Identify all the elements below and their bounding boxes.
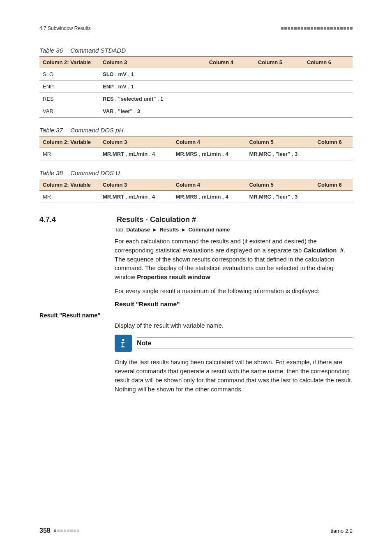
table-cell: ENP , mV , 1 [99,81,206,93]
table-cell: MR.MRC , "leer" , 3 [246,191,314,203]
table-cell [206,105,255,118]
table-cell: MR [39,148,99,160]
table-header: Column 5 [255,57,304,68]
text-bold: 1 [160,96,163,102]
table-cell: SLO [39,68,99,81]
table-cell: MR.MRS , mL/min , 4 [173,148,246,160]
table37-caption: Table 37 Command DOS pH [39,127,353,134]
product-name: tiamo 2.2 [331,528,353,534]
tab-part: Command name [188,227,230,233]
margin-label: Result "Result name" [39,312,353,319]
section-body: Display of the result with variable name… [115,321,353,394]
table-header: Column 6 [314,136,353,148]
table-header: Column 4 [173,136,246,148]
table-cell: MR.MRS , mL/min , 4 [173,191,246,203]
section-title: Results - Calculation # [117,215,196,224]
table-cell [255,81,304,93]
text-bold: Calculation_# [303,247,344,254]
table-header: Column 3 [99,57,206,68]
text-bold: 1 [131,83,134,90]
triangle-right-icon: ▶ [152,227,158,232]
note-title: Note [137,338,353,349]
section-body: Tab: Database ▶ Results ▶ Command name F… [115,227,353,308]
table-header: Column 4 [206,57,255,68]
table-header: Column 6 [314,179,353,191]
info-icon [115,335,132,352]
table-row: SLOSLO , mV , 1 [39,68,353,81]
table-cell [304,93,353,105]
table-header: Column 6 [304,57,353,68]
text-bold: 4 [225,151,228,157]
note-text: Only the last results having been calcul… [115,358,353,393]
text-bold: 3 [295,194,297,200]
text-bold: 4 [225,194,228,200]
text-bold: RES [103,96,114,102]
table-header: Column 3 [99,179,173,191]
table-cell: VAR , "leer" , 3 [99,105,206,118]
text-bold: "leer" [276,194,290,200]
text-bold: MR.MRT [103,194,124,200]
table-row: RESRES , "selected unit" , 1 [39,93,353,105]
text-bold: mV [118,71,127,77]
table-header: Column 4 [173,179,246,191]
triangle-right-icon: ▶ [180,227,187,232]
table36-caption-num: Table 36 [39,47,69,54]
text-bold: mL/min [129,194,148,200]
table-header: Column 3 [99,136,173,148]
header-section-label: 4.7 Subwindow Results [39,25,91,31]
table-row: VARVAR , "leer" , 3 [39,105,353,118]
text-bold: MR.MRC [249,194,271,200]
text-bold: mL/min [202,194,221,200]
text-bold: MR.MRT [103,151,124,157]
paragraph: For every single result a maximum of the… [115,287,353,296]
table-cell [304,81,353,93]
table-cell: VAR [39,105,99,118]
text-bold: 4 [152,151,155,157]
table-cell [206,93,255,105]
table-cell [304,68,353,81]
tab-part: Database [126,227,150,233]
tab-part: Results [159,227,179,233]
paragraph: Display of the result with variable name… [115,321,353,330]
text-bold: 1 [131,71,134,77]
table-cell [206,68,255,81]
table-cell: MR.MRT , mL/min , 4 [99,191,173,203]
footer-row: 358 tiamo 2.2 [39,527,353,534]
text-bold: MR.MRS [176,194,198,200]
table-row: ENPENP , mV , 1 [39,81,353,93]
footer-decorative-dots [54,530,79,532]
table-cell: SLO , mV , 1 [99,68,206,81]
text-bold: MR.MRC [249,151,271,157]
table37: Column 2: Variable Column 3 Column 4 Col… [39,136,353,160]
table-cell [314,191,353,203]
table-cell: MR [39,191,99,203]
table-cell: MR.MRC , "leer" , 3 [246,148,314,160]
table-row: MRMR.MRT , mL/min , 4MR.MRS , mL/min , 4… [39,191,353,203]
table36: Column 2: Variable Column 3 Column 4 Col… [39,56,353,118]
text-bold: "leer" [276,151,290,157]
text-bold: "selected unit" [118,96,156,102]
table-cell: ENP [39,81,99,93]
text-bold: 3 [137,108,140,114]
table37-caption-num: Table 37 [39,127,69,134]
table37-caption-title: Command DOS pH [70,127,123,134]
table-cell: MR.MRT , mL/min , 4 [99,148,173,160]
text-bold: 4 [152,194,155,200]
table-header: Column 5 [246,136,314,148]
text-run: For each calculation command the results… [115,238,317,254]
note-block: Note Only the last results having been c… [115,335,353,393]
table-header-row: Column 2: Variable Column 3 Column 4 Col… [39,57,353,68]
paragraph: For each calculation command the results… [115,237,353,282]
text-bold: ENP [103,83,114,90]
text-bold: mL/min [202,151,221,157]
note-rule-bottom [137,349,353,349]
section-number: 4.7.4 [39,215,115,224]
text-bold: mV [118,83,127,90]
table-header: Column 2: Variable [39,179,99,191]
table-cell [255,68,304,81]
table-cell [314,148,353,160]
tab-path-line: Tab: Database ▶ Results ▶ Command name [115,227,353,233]
table-header: Column 2: Variable [39,136,99,148]
table-cell: RES [39,93,99,105]
text-bold: MR.MRS [176,151,198,157]
